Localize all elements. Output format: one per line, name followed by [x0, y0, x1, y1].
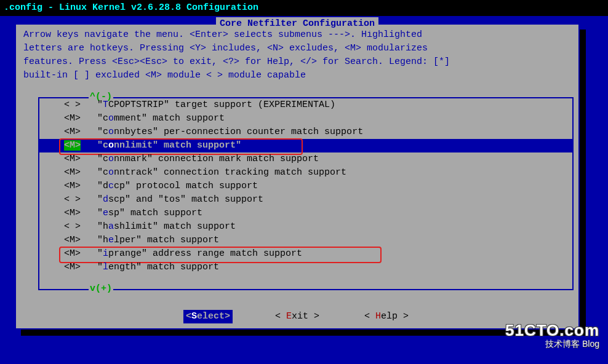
terminal-window: .config - Linux Kernel v2.6.28.8 Configu…: [0, 0, 608, 364]
menu-item[interactable]: <M> "comment" match support: [39, 112, 572, 125]
watermark-sub: 技术博客 Blog: [505, 337, 599, 350]
menu-item[interactable]: <M> "connmark" connection mark match sup…: [39, 152, 572, 166]
menu-item[interactable]: <M> "connbytes" per-connection counter m…: [39, 125, 572, 139]
menu-item[interactable]: < > "dscp" and "tos" match support: [39, 193, 572, 207]
menu-list[interactable]: ^(-) < > "TCPOPTSTRIP" target support (E…: [38, 97, 574, 290]
menu-item[interactable]: <M> "iprange" address range match suppor…: [39, 247, 572, 261]
menu-item[interactable]: <M> "conntrack" connection tracking matc…: [39, 166, 572, 180]
help-line: features. Press <Esc><Esc> to exit, <?> …: [23, 55, 571, 69]
menu-item[interactable]: <M> "esp" match support: [39, 207, 572, 220]
scroll-down-icon[interactable]: v(+): [89, 282, 113, 296]
select-button[interactable]: <Select>: [183, 310, 233, 323]
menu-item-selected[interactable]: <M> "connlimit" match support": [39, 139, 572, 152]
help-line: built-in [ ] excluded <M> module < > mod…: [23, 69, 571, 82]
help-line: letters are hotkeys. Pressing <Y> includ…: [23, 42, 571, 55]
window-title: .config - Linux Kernel v2.6.28.8 Configu…: [0, 0, 608, 16]
exit-button[interactable]: < Exit >: [273, 310, 322, 323]
dialog-title: Core Netfilter Configuration: [216, 17, 378, 31]
menu-item[interactable]: <M> "dccp" protocol match support: [39, 180, 572, 193]
button-bar: <Select> < Exit > < Help >: [16, 310, 578, 323]
help-text: Arrow keys navigate the menu. <Enter> se…: [16, 25, 578, 85]
menu-item[interactable]: <M> "helper" match support: [39, 234, 572, 247]
menu-item[interactable]: < > "TCPOPTSTRIP" target support (EXPERI…: [39, 98, 572, 112]
menu-item[interactable]: <M> "length" match support: [39, 261, 572, 274]
menu-item[interactable]: < > "hashlimit" match support: [39, 220, 572, 234]
menuconfig-dialog: Core Netfilter Configuration Arrow keys …: [15, 23, 580, 330]
help-button[interactable]: < Help >: [362, 310, 411, 323]
